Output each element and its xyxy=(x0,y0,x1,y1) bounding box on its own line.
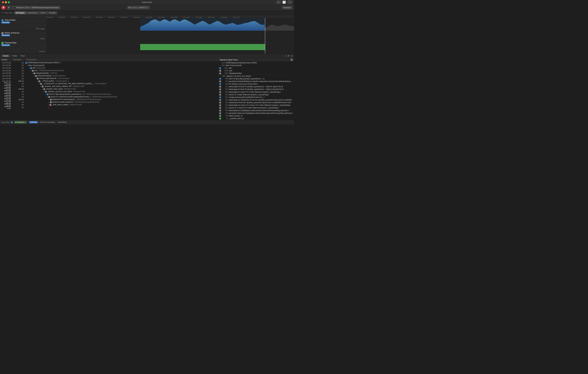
ruler-mark: 00:16.000 xyxy=(220,17,227,18)
run-divider: | xyxy=(138,7,138,9)
hs-menu-icon[interactable]: ☰ xyxy=(291,58,293,61)
col-header-weight[interactable]: Weight▾ xyxy=(1,59,12,61)
run-info: Run 1 of 2 | 00:00:27 ▶ xyxy=(127,6,150,9)
hs-count: 251 xyxy=(222,102,228,103)
hs-icon xyxy=(219,104,221,106)
list-item: 251 reabstraction thunk from @callee_gua… xyxy=(219,101,294,104)
maximize-button[interactable] xyxy=(8,1,10,3)
table-row[interactable]: 1.0 s 47.1% 0 s ▼GSEventRunModal Graphic… xyxy=(0,75,218,77)
filter-tabs: Call Tree Call Tree Constraints Data Min… xyxy=(29,121,68,123)
table-row[interactable]: 1.0 s 47.1% 0 s ▼start libdyld.dylib xyxy=(0,67,218,69)
duplicate-button[interactable]: Duplicate xyxy=(282,6,293,9)
table-row[interactable]: 146.0 ms 6.8% 0 s ▶ xyxy=(0,106,218,109)
col-header-symbol[interactable]: Symbol Name xyxy=(25,59,218,61)
row-icon xyxy=(48,96,50,98)
filter-tab-call-tree[interactable]: Call Tree xyxy=(29,121,38,123)
table-row[interactable]: 999.0 ms 47.0% 0 s ▼__CFRUNLOOP_IS_SERVI… xyxy=(0,83,218,85)
table-row[interactable]: 1.0 s 47.1% 0 s ▼CFRunLoopRunSpecific Co… xyxy=(0,77,218,80)
fullscreen-button[interactable]: ⬛ xyxy=(287,1,292,4)
track-content-points[interactable] xyxy=(46,31,294,41)
close-button[interactable] xyxy=(2,1,4,3)
row-icon xyxy=(43,88,45,90)
track-content-thermal[interactable] xyxy=(46,41,294,53)
cell-self: 2.00 ms xyxy=(11,80,25,82)
run-time: 00:00:27 xyxy=(139,7,146,9)
hs-count: 317 xyxy=(222,86,228,87)
row-icon xyxy=(47,93,49,95)
cell-symbol: ▼start libdyld.dylib xyxy=(25,67,218,69)
table-row[interactable]: 998.0 ms 47.0% 0 s ▼closure #1 in MyView… xyxy=(0,96,218,98)
row-icon xyxy=(37,78,39,80)
device-selector[interactable]: 📱 iPhone Xr (13.0) › GRDBDatabaseSnapsho… xyxy=(12,6,60,9)
hs-count: 249 xyxy=(222,115,228,117)
list-item: 320 OS_dispatch_queue.sync<A>(execute:) xyxy=(219,83,294,85)
table-row[interactable]: 296.0 ms 13.9% 0 s ▶_swift_release_deall… xyxy=(0,104,218,106)
table-row[interactable]: 1.0 s 47.1% 0 s ▼Main Thread 0xedc36 xyxy=(0,64,218,67)
ruler-mark: 00:04.000 xyxy=(71,17,77,18)
run-play-icon[interactable]: ▶ xyxy=(147,7,148,8)
table-row[interactable]: 999.0 ms 47.0% 0 s ▼_dispatch_main_queue… xyxy=(0,85,218,88)
pause-button[interactable]: ⏸ xyxy=(7,5,11,10)
track-points-of-interest: Points of Interest Instrument Points xyxy=(0,31,294,41)
hs-symbol: UIApplicationMain xyxy=(229,72,293,74)
minimize-button[interactable] xyxy=(5,1,7,3)
titlebar: Instruments + ⬜ ⬛ xyxy=(0,0,294,5)
hs-symbol: main xyxy=(229,70,293,72)
filter-toggle-icon[interactable]: ⊟ xyxy=(291,54,293,57)
table-row[interactable]: 1.0 s 47.1% 2.00 ms ▼__CFRunLoopRun Core… xyxy=(0,80,218,83)
tab-instruments[interactable]: Instruments xyxy=(26,11,39,14)
ruler-mark: 00:07.000 xyxy=(108,17,115,18)
table-row[interactable]: 998.0 ms 47.0% 0 s ▼thunk for @escaping … xyxy=(0,93,218,96)
table-row[interactable]: 998.0 ms 47.0% 1.00 ms ▼DatabasePool.mak… xyxy=(0,98,218,101)
hs-symbol: partial apply for thunk for @callee_guar… xyxy=(229,86,293,87)
list-item: 998 _dispatch_call_block_and_release xyxy=(219,75,294,77)
tab-cpus[interactable]: CPUs xyxy=(39,11,47,14)
cell-self: 0 s xyxy=(11,83,25,85)
table-row[interactable]: 1.0 s 47.1% 0 s ▼main GRDBDatabaseSnapsh… xyxy=(0,69,218,72)
tab-details[interactable]: Details xyxy=(1,54,10,57)
track-dot-points xyxy=(1,32,4,34)
cell-weight: 1.0 s 47.1% xyxy=(0,78,11,79)
filter-chip-snapshot[interactable]: Snapshot ✕ xyxy=(14,121,27,123)
cell-weight: 1.0 s 47.1% xyxy=(0,72,11,74)
heaviest-stack-pane: Heaviest Stack Trace ☰ 2122 GRDBDatabase… xyxy=(219,58,294,120)
add-button[interactable]: + xyxy=(276,1,281,4)
record-button[interactable] xyxy=(1,5,6,10)
cell-symbol: GRDBDatabaseSnapshotExample (94661) ⊙ xyxy=(25,62,218,64)
tree-rows: 1.0 s 47.1% 0 s GRDBDatabaseSnapshotExam… xyxy=(0,62,218,120)
table-row[interactable]: 998.0 ms 47.0% 0 s ▼_dispatch_call_block… xyxy=(0,90,218,93)
tab-all-tracks[interactable]: All Tracks xyxy=(14,11,26,14)
cell-self: 0 s xyxy=(11,67,25,69)
thermal-track xyxy=(46,41,294,53)
list-item: 1001 main xyxy=(219,69,294,72)
filter-bar: Input Filter Snapshot ✕ Call Tree Call T… xyxy=(0,120,294,124)
cell-self: 0 s xyxy=(11,62,25,64)
tab-threads[interactable]: Threads xyxy=(47,11,57,14)
row-icon xyxy=(35,75,37,77)
list-item: 1001 start xyxy=(219,67,294,69)
hs-count: 249 xyxy=(222,112,228,114)
chip-close-icon[interactable]: ✕ xyxy=(24,121,26,123)
filter-tab-mining[interactable]: Data Mining xyxy=(57,121,68,123)
export-icon[interactable]: ⬆ xyxy=(288,54,290,57)
hs-symbol: _dispatch_call_block_and_release xyxy=(226,75,293,77)
ruler-mark: 00:11.000 xyxy=(158,17,165,18)
info-icon[interactable]: ℹ xyxy=(286,54,287,57)
filter-tab-constraints[interactable]: Call Tree Constraints xyxy=(38,121,56,123)
table-row[interactable]: 1.0 s 47.1% 0 s GRDBDatabaseSnapshotExam… xyxy=(0,62,218,64)
cell-self: 0 s xyxy=(11,91,25,93)
track-content-time-profiler[interactable] xyxy=(46,18,294,31)
track-color-dot xyxy=(1,19,4,21)
hs-icon xyxy=(219,67,221,69)
track-label-thermal: Thermal State Instrument Current xyxy=(0,41,46,53)
split-view-button[interactable]: ⬜ xyxy=(282,1,286,4)
svg-rect-1 xyxy=(46,18,140,31)
tab-root[interactable]: Root xyxy=(19,54,26,57)
hs-icon xyxy=(219,88,221,90)
col-header-self-weight[interactable]: Self Weight xyxy=(12,59,25,61)
table-row[interactable]: 999.0 ms 47.0% 1.00 ms ▼_dispatch_client… xyxy=(0,88,218,90)
table-row[interactable]: 556.0 ms 26.2% 0 s ▼MyViewController.upd… xyxy=(0,101,218,104)
tab-profile[interactable]: Profile xyxy=(10,54,19,57)
ruler-mark: 00:15.000 xyxy=(208,17,215,18)
table-row[interactable]: 1.0 s 47.1% 0 s ▼UIApplicationMain UIKit… xyxy=(0,72,218,75)
